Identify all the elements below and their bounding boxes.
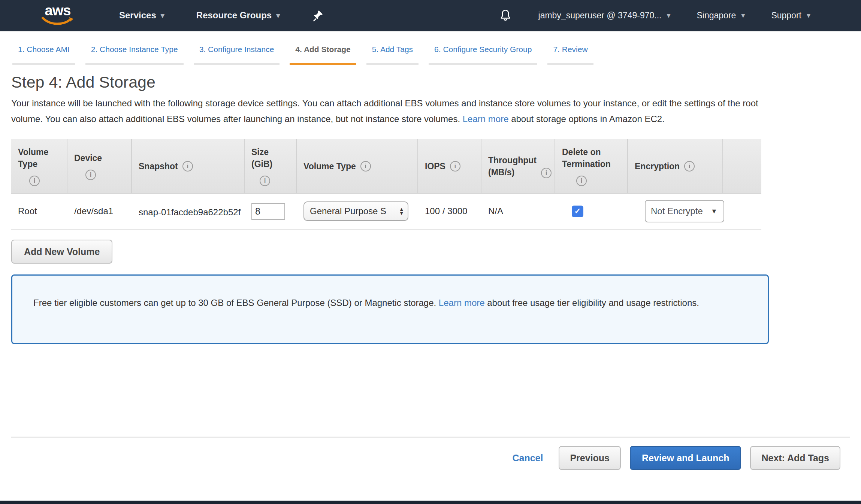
cell-iops: 100 / 3000 <box>418 194 481 229</box>
tab-choose-instance-type[interactable]: 2. Choose Instance Type <box>85 45 184 65</box>
tab-configure-security-group[interactable]: 6. Configure Security Group <box>429 45 537 65</box>
bottom-bar <box>0 501 861 504</box>
aws-logo-text: aws <box>45 4 71 17</box>
account-menu[interactable]: jamby_superuser @ 3749-970... ▾ <box>538 10 671 21</box>
header-encryption-label: Encryption <box>635 160 680 172</box>
next-add-tags-button[interactable]: Next: Add Tags <box>750 446 840 470</box>
free-tier-learn-more-link[interactable]: Learn more <box>439 298 485 308</box>
snapshot-id: snap-01facdeb9a622b52f <box>139 205 241 218</box>
cell-encryption: Not Encrypte ▼ <box>628 194 723 229</box>
info-icon[interactable]: i <box>576 176 587 186</box>
wizard-step-tabs: 1. Choose AMI 2. Choose Instance Type 3.… <box>0 31 861 65</box>
info-icon[interactable]: i <box>684 161 695 171</box>
cell-throughput: N/A <box>481 194 555 229</box>
cell-size <box>245 194 297 229</box>
notifications-button[interactable] <box>499 9 512 22</box>
pin-shortcut-button[interactable] <box>312 9 324 21</box>
encryption-selected-value: Not Encrypte <box>651 206 711 216</box>
tab-add-tags[interactable]: 5. Add Tags <box>366 45 419 65</box>
chevron-down-icon: ▾ <box>807 12 810 19</box>
chevron-down-icon: ▾ <box>741 12 745 19</box>
intro-paragraph: Your instance will be launched with the … <box>11 95 783 127</box>
size-input[interactable] <box>251 203 285 220</box>
pushpin-icon <box>312 9 324 21</box>
bell-icon <box>499 9 512 22</box>
cell-volume-type: Root <box>11 194 67 229</box>
chevron-down-icon: ▾ <box>276 12 280 19</box>
header-throughput-label: Throughput (MB/s) <box>488 154 537 178</box>
chevron-down-icon: ▾ <box>667 12 670 19</box>
header-device: Device i <box>67 139 132 193</box>
services-label: Services <box>119 10 156 21</box>
cancel-link[interactable]: Cancel <box>512 453 543 464</box>
services-menu[interactable]: Services ▾ <box>119 10 164 21</box>
info-icon[interactable]: i <box>360 161 371 171</box>
cell-delete-on-termination: ✓ <box>555 194 628 229</box>
cell-device: /dev/sda1 <box>67 194 132 229</box>
header-volume-type-select-label: Volume Type <box>303 160 356 172</box>
header-delete-on-termination: Delete on Termination i <box>555 139 628 193</box>
resource-groups-label: Resource Groups <box>196 10 272 21</box>
top-navigation-bar: aws Services ▾ Resource Groups ▾ <box>0 0 861 31</box>
header-volume-type: Volume Type i <box>11 139 67 193</box>
header-snapshot-label: Snapshot <box>139 160 178 172</box>
storage-table: Volume Type i Device i Snapshoti Size (G… <box>11 139 761 230</box>
info-icon[interactable]: i <box>182 161 193 171</box>
delete-on-termination-checkbox[interactable]: ✓ <box>572 206 583 217</box>
volume-type-selected-value: General Purpose S <box>310 206 386 216</box>
header-throughput: Throughput (MB/s)i <box>481 139 555 193</box>
region-label: Singapore <box>697 10 736 21</box>
header-volume-type-select: Volume Typei <box>297 139 418 193</box>
header-iops-label: IOPS <box>425 160 445 172</box>
tab-add-storage[interactable]: 4. Add Storage <box>290 45 356 65</box>
resource-groups-menu[interactable]: Resource Groups ▾ <box>196 10 280 21</box>
caret-down-icon: ▼ <box>711 207 718 215</box>
notice-text-before: Free tier eligible customers can get up … <box>33 298 436 308</box>
info-icon[interactable]: i <box>85 170 96 180</box>
intro-text-after: about storage options in Amazon EC2. <box>511 114 665 124</box>
header-snapshot: Snapshoti <box>132 139 245 193</box>
select-spinner-icon: ▲ ▼ <box>399 207 404 215</box>
previous-button[interactable]: Previous <box>559 446 621 470</box>
volume-type-select[interactable]: General Purpose S ▲ ▼ <box>303 201 408 221</box>
header-size: Size (GiB) i <box>245 139 297 193</box>
cell-snapshot: snap-01facdeb9a622b52f <box>132 194 245 229</box>
aws-smile-icon <box>41 17 74 27</box>
table-row: Root /dev/sda1 snap-01facdeb9a622b52f Ge… <box>11 194 761 230</box>
header-device-label: Device <box>74 152 102 164</box>
tab-review[interactable]: 7. Review <box>547 45 593 65</box>
chevron-down-icon: ▾ <box>161 12 164 19</box>
tab-configure-instance[interactable]: 3. Configure Instance <box>194 45 280 65</box>
info-icon[interactable]: i <box>29 176 40 186</box>
add-new-volume-button[interactable]: Add New Volume <box>11 240 112 264</box>
support-menu[interactable]: Support ▾ <box>771 10 810 21</box>
header-volume-type-label: Volume Type <box>18 146 48 170</box>
cell-spacer <box>723 194 761 229</box>
page-title: Step 4: Add Storage <box>11 72 861 92</box>
tab-choose-ami[interactable]: 1. Choose AMI <box>12 45 75 65</box>
aws-logo[interactable]: aws <box>41 4 74 27</box>
cell-volume-type-select: General Purpose S ▲ ▼ <box>297 194 418 229</box>
account-label: jamby_superuser @ 3749-970... <box>538 10 662 21</box>
notice-text-after: about free usage tier eligibility and us… <box>487 298 699 308</box>
storage-table-header: Volume Type i Device i Snapshoti Size (G… <box>11 139 761 194</box>
info-icon[interactable]: i <box>450 161 460 171</box>
footer-actions: Cancel Previous Review and Launch Next: … <box>11 438 861 470</box>
ec2-launch-wizard-screen: aws Services ▾ Resource Groups ▾ <box>0 0 861 504</box>
encryption-dropdown[interactable]: Not Encrypte ▼ <box>645 200 724 222</box>
main-content: Step 4: Add Storage Your instance will b… <box>0 72 861 470</box>
header-iops: IOPSi <box>418 139 481 193</box>
check-icon: ✓ <box>574 207 581 216</box>
header-delete-on-termination-label: Delete on Termination <box>562 146 611 170</box>
info-icon[interactable]: i <box>260 176 270 186</box>
header-size-label: Size (GiB) <box>251 146 272 170</box>
region-menu[interactable]: Singapore ▾ <box>697 10 745 21</box>
info-icon[interactable]: i <box>541 168 552 178</box>
free-tier-notice: Free tier eligible customers can get up … <box>11 274 769 344</box>
header-spacer <box>723 139 761 193</box>
support-label: Support <box>771 10 801 21</box>
review-and-launch-button[interactable]: Review and Launch <box>630 446 741 470</box>
learn-more-link[interactable]: Learn more <box>463 114 509 124</box>
header-encryption: Encryptioni <box>628 139 723 193</box>
